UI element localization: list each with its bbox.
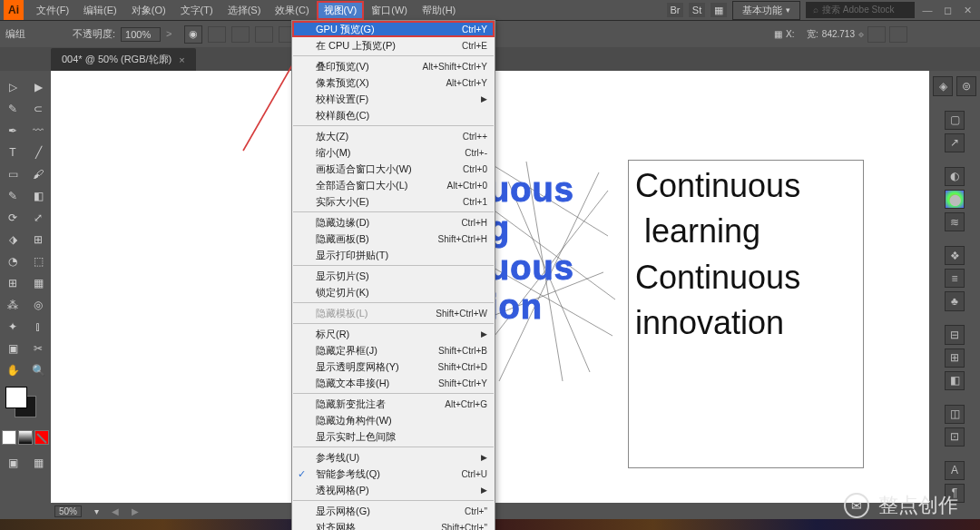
asset-export-icon[interactable]: ↗ — [945, 133, 965, 152]
layers-panel-icon[interactable]: ◈ — [933, 76, 953, 96]
curvature-tool[interactable]: 〰 — [25, 120, 51, 142]
scale-tool[interactable]: ⤢ — [25, 207, 51, 229]
paragraph-panel-icon[interactable]: ¶ — [945, 484, 965, 503]
style-target[interactable]: ◉ — [184, 25, 202, 44]
cc-libraries-icon[interactable]: ⊜ — [956, 76, 976, 96]
menu-item[interactable]: 画板适合窗口大小(W)Ctrl+0 — [292, 161, 495, 177]
align-icon-1[interactable] — [208, 26, 226, 43]
menu-item[interactable]: 锁定切片(K) — [292, 284, 495, 300]
artboards-panel-icon[interactable]: ▢ — [945, 111, 965, 130]
menu-item[interactable]: 像素预览(X)Alt+Ctrl+Y — [292, 74, 495, 91]
menu-type[interactable]: 文字(T) — [173, 1, 220, 20]
gradient-tool[interactable]: ▦ — [25, 272, 51, 294]
menu-item[interactable]: 透视网格(P)▶ — [292, 482, 495, 498]
transform-panel-icon[interactable]: ⊞ — [945, 348, 965, 368]
menu-item[interactable]: 放大(Z)Ctrl++ — [292, 128, 495, 144]
doc-setup-icon[interactable] — [867, 26, 886, 43]
align-icon-2[interactable] — [231, 26, 250, 43]
screen-mode[interactable]: ▣ — [0, 452, 25, 474]
menu-item[interactable]: 在 CPU 上预览(P)Ctrl+E — [292, 37, 495, 54]
graphic-styles-icon[interactable]: ♣ — [945, 291, 965, 310]
menu-edit[interactable]: 编辑(E) — [76, 1, 124, 20]
eraser-tool[interactable]: ◧ — [25, 185, 51, 207]
rotate-tool[interactable]: ⟳ — [0, 207, 25, 229]
menu-item[interactable]: 显示切片(S) — [292, 268, 495, 284]
menu-item[interactable]: 全部适合窗口大小(L)Alt+Ctrl+0 — [292, 177, 495, 193]
align-panel-icon[interactable]: ⊟ — [945, 325, 965, 344]
selection-tool[interactable]: ▷ — [0, 76, 25, 98]
color-modes[interactable] — [0, 428, 51, 447]
lasso-tool[interactable]: ⊂ — [25, 98, 51, 120]
perspective-grid-tool[interactable]: ⬚ — [25, 250, 51, 272]
menu-window[interactable]: 窗口(W) — [364, 1, 415, 20]
menu-item[interactable]: 显示实时上色间隙 — [292, 428, 495, 445]
magic-wand-tool[interactable]: ✎ — [0, 98, 25, 120]
menu-item[interactable]: 实际大小(E)Ctrl+1 — [292, 193, 495, 210]
free-transform-tool[interactable]: ⊞ — [25, 229, 51, 250]
menu-object[interactable]: 对象(O) — [124, 1, 173, 20]
menu-item[interactable]: 隐藏定界框(J)Shift+Ctrl+B — [292, 342, 495, 358]
direct-selection-tool[interactable]: ▶ — [25, 76, 51, 98]
pathfinder-panel-icon[interactable]: ◧ — [945, 371, 965, 390]
align-icon-3[interactable] — [255, 26, 273, 43]
slice-tool[interactable]: ✂ — [25, 338, 51, 359]
zoom-level[interactable]: 50% — [54, 505, 82, 517]
arrange-icon[interactable]: ▦ — [710, 3, 727, 17]
menu-item[interactable]: 隐藏边缘(D)Ctrl+H — [292, 214, 495, 231]
hand-tool[interactable]: ✋ — [0, 359, 25, 381]
rectangle-tool[interactable]: ▭ — [0, 163, 25, 185]
menu-item[interactable]: 缩小(M)Ctrl+- — [292, 144, 495, 161]
workspace-switcher[interactable]: 基本功能 — [732, 1, 800, 20]
pen-tool[interactable]: ✒ — [0, 120, 25, 142]
menu-item[interactable]: 隐藏文本串接(H)Shift+Ctrl+Y — [292, 375, 495, 391]
window-minimize[interactable]: — — [920, 5, 935, 15]
symbol-sprayer-tool[interactable]: ✦ — [0, 316, 25, 338]
document-tab[interactable]: 004* @ 50% (RGB/轮廓) × — [51, 48, 196, 71]
menu-item[interactable]: 隐藏边角构件(W) — [292, 412, 495, 428]
width-tool[interactable]: ⬗ — [0, 229, 25, 250]
stroke-panel-icon[interactable]: ≡ — [945, 269, 965, 288]
menu-file[interactable]: 文件(F) — [29, 1, 76, 20]
window-close[interactable]: ✕ — [960, 5, 975, 16]
menu-item[interactable]: 对齐网格Shift+Ctrl+" — [292, 519, 495, 530]
stock-icon[interactable]: St — [689, 3, 705, 17]
links-panel-icon[interactable]: ⊡ — [945, 427, 965, 447]
eyedropper-tool[interactable]: ⁂ — [0, 294, 25, 316]
bridge-icon[interactable]: Br — [667, 3, 683, 17]
menu-select[interactable]: 选择(S) — [220, 1, 269, 20]
menu-item[interactable]: 校样设置(F)▶ — [292, 91, 495, 107]
prefs-icon[interactable] — [889, 26, 907, 43]
type-tool[interactable]: T — [0, 142, 25, 163]
tab-close-icon[interactable]: × — [179, 54, 184, 65]
swatches-panel-icon[interactable]: ⬤ — [945, 190, 965, 209]
paintbrush-tool[interactable]: 🖌 — [25, 163, 51, 185]
appearance-panel-icon[interactable]: ◐ — [945, 167, 965, 186]
transparency-panel-icon[interactable]: ◫ — [945, 405, 965, 424]
brushes-panel-icon[interactable]: ≋ — [945, 212, 965, 231]
menu-view[interactable]: 视图(V) — [317, 1, 365, 20]
column-graph-tool[interactable]: ⫿ — [25, 316, 51, 338]
menu-item[interactable]: ✓智能参考线(Q)Ctrl+U — [292, 466, 495, 482]
symbols-panel-icon[interactable]: ❖ — [945, 246, 965, 265]
menu-item[interactable]: 参考线(U)▶ — [292, 449, 495, 466]
menu-item[interactable]: 隐藏画板(B)Shift+Ctrl+H — [292, 231, 495, 247]
zoom-tool[interactable]: 🔍 — [25, 359, 51, 381]
character-panel-icon[interactable]: A — [945, 461, 965, 480]
menu-item[interactable]: 隐藏新变批注者Alt+Ctrl+G — [292, 396, 495, 412]
mesh-tool[interactable]: ⊞ — [0, 272, 25, 294]
menu-item[interactable]: 隐藏模板(L)Shift+Ctrl+W — [292, 305, 495, 321]
shaper-tool[interactable]: ✎ — [0, 185, 25, 207]
menu-item[interactable]: 校样颜色(C) — [292, 107, 495, 123]
menu-help[interactable]: 帮助(H) — [415, 1, 463, 20]
menu-item[interactable]: 显示透明度网格(Y)Shift+Ctrl+D — [292, 358, 495, 375]
nav-next[interactable]: ▶ — [132, 506, 139, 516]
live-text-artwork[interactable]: Continuous learning Continuous innovatio… — [635, 163, 800, 347]
menu-item[interactable]: GPU 预览(G)Ctrl+Y — [292, 21, 495, 37]
menu-effect[interactable]: 效果(C) — [268, 1, 316, 20]
line-tool[interactable]: ╱ — [25, 142, 51, 163]
shape-builder-tool[interactable]: ◔ — [0, 250, 25, 272]
nav-prev[interactable]: ◀ — [112, 506, 119, 516]
menu-item[interactable]: 标尺(R)▶ — [292, 326, 495, 342]
menu-item[interactable]: 叠印预览(V)Alt+Shift+Ctrl+Y — [292, 58, 495, 74]
change-screen[interactable]: ▦ — [25, 452, 51, 474]
